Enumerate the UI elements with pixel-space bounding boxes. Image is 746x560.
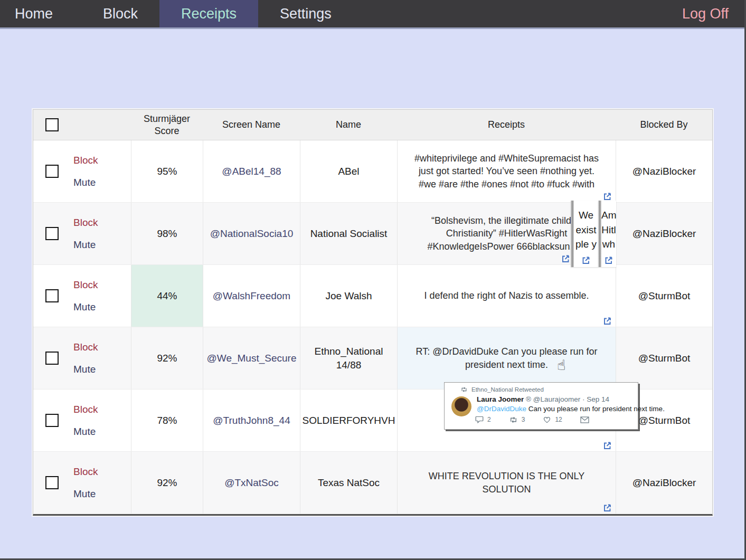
mute-link[interactable]: Mute [73, 425, 98, 439]
hand-cursor-icon: ☝ [557, 357, 565, 373]
score-cell: 95% [131, 140, 203, 202]
retweeted-text: Ethno_National Retweeted [471, 386, 544, 393]
reply-count: 2 [487, 416, 491, 423]
header-select-cell [33, 110, 131, 140]
blocked-by-cell: @NaziBlocker [616, 203, 712, 264]
name-cell: Joe Walsh [300, 265, 397, 327]
row-select-cell: Block Mute [33, 452, 131, 514]
name-cell: National Socialist [300, 203, 397, 264]
block-link[interactable]: Block [73, 278, 98, 292]
row-select-cell: Block Mute [33, 140, 131, 202]
table-row: Block Mute 92% @We_Must_Secure Ethno_Nat… [33, 327, 712, 390]
block-link[interactable]: Block [73, 340, 98, 354]
receipt-text: RT: @DrDavidDuke Can you please run for … [411, 345, 602, 371]
mute-link[interactable]: Mute [73, 487, 98, 501]
message-action[interactable] [580, 416, 589, 423]
row-actions: Block Mute [73, 340, 98, 376]
mute-link[interactable]: Mute [73, 176, 98, 189]
like-count: 12 [555, 416, 562, 423]
retweet-count: 3 [522, 416, 525, 423]
receipts-table: Sturmjäger Score Screen Name Name Receip… [33, 109, 713, 516]
block-link[interactable]: Block [73, 465, 98, 479]
author-handle[interactable]: @Laurajoomer [533, 395, 581, 403]
receipts-cell[interactable]: RT: @DrDavidDuke Can you please run for … [397, 327, 616, 389]
score-cell: 78% [131, 390, 203, 451]
screen-name-cell[interactable]: @TxNatSoc [203, 452, 300, 514]
row-checkbox[interactable] [45, 476, 59, 489]
row-select-cell: Block Mute [33, 390, 131, 451]
retweet-icon [460, 386, 468, 393]
screen-name-cell[interactable]: @ABel14_88 [203, 140, 300, 202]
row-checkbox[interactable] [45, 352, 59, 365]
squeezed-receipt-cell-1[interactable]: We exist ple y [571, 201, 598, 267]
receipts-cell[interactable]: WHITE REVOLUTION IS THE ONLY SOLUTION [397, 452, 616, 514]
external-link-icon[interactable] [603, 504, 612, 512]
block-link[interactable]: Block [73, 403, 98, 416]
blocked-by-cell: @SturmBot [616, 265, 712, 327]
score-cell: 92% [131, 452, 203, 514]
reply-icon [475, 416, 484, 423]
header-blocked-by: Blocked By [616, 110, 712, 140]
nav-tab-home[interactable]: Home [0, 0, 81, 27]
external-link-icon[interactable] [561, 254, 570, 263]
block-link[interactable]: Block [73, 154, 98, 167]
row-actions: Block Mute [73, 154, 98, 189]
header-name: Name [300, 110, 397, 140]
table-body: Block Mute 95% @ABel14_88 ABel #whitepri… [33, 140, 712, 514]
row-actions: Block Mute [73, 465, 98, 500]
nav-tab-settings[interactable]: Settings [258, 0, 353, 27]
tweet-date: · Sep 14 [582, 395, 609, 403]
log-off-link[interactable]: Log Off [666, 0, 744, 27]
external-link-icon[interactable] [603, 441, 612, 450]
receipts-cell[interactable]: I defend the right of Nazis to assemble. [397, 265, 616, 327]
receipt-text: WHITE REVOLUTION IS THE ONLY SOLUTION [411, 470, 602, 496]
external-link-icon[interactable] [582, 256, 591, 265]
block-link[interactable]: Block [73, 216, 98, 230]
row-checkbox[interactable] [45, 289, 59, 302]
tweet-text: Can you please run for president next ti… [526, 405, 665, 413]
verified-badge-icon: ® [526, 395, 531, 403]
blocked-by-cell: @NaziBlocker [616, 140, 712, 202]
retweet-action[interactable]: 3 [509, 416, 525, 423]
select-all-checkbox[interactable] [45, 118, 59, 131]
row-actions: Block Mute [73, 278, 98, 314]
screen-name-cell[interactable]: @We_Must_Secure [203, 327, 300, 389]
screen-name-cell[interactable]: @TruthJohn8_44 [203, 390, 300, 451]
tweet-preview-popup: Ethno_National Retweeted Laura Joomer ® … [444, 382, 638, 430]
row-checkbox[interactable] [45, 165, 59, 178]
row-actions: Block Mute [73, 403, 98, 438]
external-link-icon[interactable] [603, 192, 612, 201]
score-cell: 98% [131, 203, 203, 264]
external-link-icon[interactable] [605, 256, 613, 265]
screen-name-cell[interactable]: @WalshFreedom [203, 265, 300, 327]
squeezed-receipt-text-2: Ame Hitl wh [601, 210, 616, 250]
score-cell: 44% [131, 265, 203, 327]
retweeted-line: Ethno_National Retweeted [460, 386, 544, 393]
top-navbar: Home Block Receipts Settings Log Off [0, 0, 744, 29]
mention-link[interactable]: @DrDavidDuke [477, 405, 526, 413]
header-score: Sturmjäger Score [131, 110, 203, 140]
row-select-cell: Block Mute [33, 327, 131, 389]
external-link-icon[interactable] [603, 317, 612, 326]
nav-tab-block[interactable]: Block [81, 0, 159, 27]
receipts-cell[interactable]: #whiteprivilege and #WhiteSupremacist ha… [397, 140, 616, 202]
tweet-text-line: @DrDavidDuke Can you please run for pres… [477, 405, 665, 413]
name-cell: Texas NatSoc [300, 452, 397, 514]
tweet-author-line: Laura Joomer ® @Laurajoomer · Sep 14 [477, 395, 609, 403]
mute-link[interactable]: Mute [73, 363, 98, 376]
avatar[interactable] [451, 396, 471, 416]
screen-name-cell[interactable]: @NationalSocia10 [203, 203, 300, 264]
nav-tab-receipts[interactable]: Receipts [159, 0, 258, 27]
envelope-icon [580, 416, 589, 423]
squeezed-receipt-cell-2[interactable]: Ame Hitl wh [598, 201, 616, 267]
like-action[interactable]: 12 [543, 416, 562, 423]
row-checkbox[interactable] [45, 414, 59, 427]
mute-link[interactable]: Mute [73, 238, 98, 252]
heart-icon [543, 416, 551, 423]
row-checkbox[interactable] [45, 227, 59, 240]
mute-link[interactable]: Mute [73, 300, 98, 314]
header-screen-name: Screen Name [203, 110, 300, 140]
author-name[interactable]: Laura Joomer [477, 395, 524, 403]
name-cell: ABel [300, 140, 397, 202]
reply-action[interactable]: 2 [475, 416, 491, 423]
